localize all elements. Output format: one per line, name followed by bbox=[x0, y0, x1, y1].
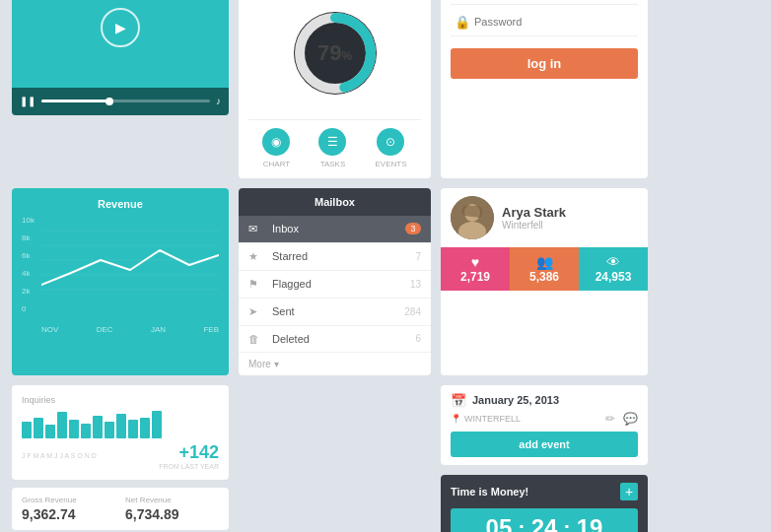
hours-value: 05 bbox=[486, 516, 513, 532]
followers-icon: 👥 bbox=[514, 254, 575, 270]
tasks-label: TASKS bbox=[320, 160, 346, 168]
from-last-label: FROM LAST YEAR bbox=[159, 463, 219, 470]
profile-details: Arya Stark Winterfell bbox=[502, 205, 566, 231]
calendar-icon: 📅 bbox=[451, 393, 466, 408]
starred-label: Starred bbox=[272, 250, 415, 262]
inbox-label: Inbox bbox=[272, 223, 405, 234]
deleted-count: 6 bbox=[415, 333, 421, 344]
add-event-button[interactable]: add event bbox=[451, 432, 638, 457]
login-button[interactable]: log in bbox=[451, 48, 638, 79]
pin-icon: 📍 bbox=[451, 414, 461, 424]
cal-location: 📍 WINTERFELL bbox=[451, 414, 521, 424]
mail-item-flagged[interactable]: ⚑ Flagged 13 bbox=[239, 271, 431, 299]
revenue-figures: Gross Revenue 9,362.74 Net Revenue 6,734… bbox=[12, 488, 229, 530]
mail-item-inbox[interactable]: ✉ Inbox 3 bbox=[239, 216, 431, 243]
chart-icon-item[interactable]: ◉ CHART bbox=[262, 128, 290, 168]
gross-value: 9,362.74 bbox=[22, 506, 115, 522]
edit-icon[interactable]: ✏ bbox=[605, 412, 615, 426]
mail-more[interactable]: More ▾ bbox=[239, 353, 431, 375]
mailbox-card: Mailbox ✉ Inbox 3 ★ Starred 7 ⚑ Flagged … bbox=[239, 188, 431, 375]
revenue-title: Revenue bbox=[22, 198, 219, 210]
play-icon: ▶ bbox=[115, 20, 126, 35]
starred-count: 7 bbox=[415, 251, 421, 262]
seconds-value: 19 bbox=[577, 516, 603, 532]
username-input-row: 👤 bbox=[451, 0, 638, 5]
starred-icon: ★ bbox=[248, 250, 264, 263]
mail-item-sent[interactable]: ➤ Sent 284 bbox=[239, 299, 431, 326]
cal-actions: ✏ 💬 bbox=[605, 412, 638, 426]
mail-item-starred[interactable]: ★ Starred 7 bbox=[239, 243, 431, 271]
profile-location: Winterfell bbox=[502, 220, 566, 231]
months-label: J F M A M J J A S O N D bbox=[22, 452, 97, 459]
timer-card: Time is Money! + 05 HOUR : 24 MIN : 19 S… bbox=[441, 475, 648, 533]
views-count: 24,953 bbox=[583, 270, 644, 284]
bar-item bbox=[81, 424, 91, 438]
flagged-count: 13 bbox=[410, 279, 421, 290]
profile-info: Arya Stark Winterfell bbox=[441, 188, 648, 247]
heart-icon: ♥ bbox=[445, 254, 506, 270]
tasks-icon-item[interactable]: ☰ TASKS bbox=[318, 128, 346, 168]
hearts-count: 2,719 bbox=[445, 270, 506, 284]
inquiries-card: Inquiries J F M A M J J A S O N D +142 F… bbox=[12, 385, 229, 480]
chat-icon[interactable]: 💬 bbox=[623, 412, 638, 426]
bar-item bbox=[140, 418, 150, 438]
password-field[interactable] bbox=[474, 16, 634, 28]
views-stat[interactable]: 👁 24,953 bbox=[579, 247, 648, 291]
donut-container: 79% bbox=[248, 0, 421, 107]
inbox-icon: ✉ bbox=[248, 223, 264, 235]
dashboard-grid: ▶ ❚❚ ♪ Tasks Completed 79% bbox=[12, 0, 759, 532]
bar-item bbox=[116, 414, 126, 437]
pause-icon[interactable]: ❚❚ bbox=[20, 96, 35, 106]
cal-date: January 25, 2013 bbox=[472, 394, 559, 406]
sent-label: Sent bbox=[272, 305, 404, 317]
net-revenue: Net Revenue 6,734.89 bbox=[125, 496, 219, 522]
password-input-row: 🔒 bbox=[451, 9, 638, 36]
bar-item bbox=[57, 412, 67, 437]
profile-card: Arya Stark Winterfell ♥ 2,719 👥 5,386 👁 … bbox=[441, 188, 648, 375]
followers-stat[interactable]: 👥 5,386 bbox=[510, 247, 579, 291]
gross-label: Gross Revenue bbox=[22, 496, 115, 504]
timer-plus-button[interactable]: + bbox=[620, 483, 638, 500]
timer-title: Time is Money! bbox=[451, 486, 528, 498]
more-label: More ▾ bbox=[248, 359, 279, 369]
progress-bar[interactable] bbox=[41, 100, 210, 102]
bar-item bbox=[34, 418, 43, 438]
bar-item bbox=[69, 420, 79, 438]
right-bottom: 📅 January 25, 2013 📍 WINTERFELL ✏ 💬 add … bbox=[441, 385, 648, 533]
location-text: WINTERFELL bbox=[464, 414, 521, 424]
hours-unit: 05 HOUR bbox=[486, 516, 513, 532]
donut-percent: 79 bbox=[317, 40, 341, 65]
donut-symbol: % bbox=[341, 49, 352, 63]
line-chart bbox=[41, 216, 219, 304]
donut-label: 79% bbox=[317, 40, 352, 66]
views-icon: 👁 bbox=[583, 254, 644, 270]
bar-item bbox=[22, 422, 32, 438]
seconds-unit: 19 SEC bbox=[577, 516, 603, 532]
y-axis: 10k 8k 6k 4k 2k 0 bbox=[22, 216, 41, 314]
video-overlay: ▶ bbox=[12, 0, 229, 88]
hearts-stat[interactable]: ♥ 2,719 bbox=[441, 247, 510, 291]
video-controls: ❚❚ ♪ bbox=[12, 88, 229, 115]
mailbox-header: Mailbox bbox=[239, 188, 431, 216]
deleted-label: Deleted bbox=[272, 333, 415, 345]
revenue-card: Revenue 10k 8k 6k 4k 2k 0 NOV DEC bbox=[12, 188, 229, 375]
play-button[interactable]: ▶ bbox=[101, 8, 140, 47]
cal-header: 📅 January 25, 2013 bbox=[451, 393, 638, 408]
tasks-card: Tasks Completed 79% ◉ CHART ☰ TASKS ⊙ E bbox=[239, 0, 431, 178]
bar-item bbox=[128, 420, 138, 438]
progress-dot bbox=[105, 98, 113, 105]
progress-fill bbox=[41, 100, 108, 102]
net-label: Net Revenue bbox=[125, 496, 219, 504]
chart-icon: ◉ bbox=[262, 128, 290, 156]
chart-label: CHART bbox=[263, 160, 290, 168]
profile-stats: ♥ 2,719 👥 5,386 👁 24,953 bbox=[441, 247, 648, 291]
minutes-value: 24 bbox=[531, 516, 558, 532]
net-value: 6,734.89 bbox=[125, 506, 219, 522]
tasks-icons: ◉ CHART ☰ TASKS ⊙ EVENTS bbox=[248, 119, 421, 168]
inquiries-bottom: J F M A M J J A S O N D +142 FROM LAST Y… bbox=[22, 442, 219, 470]
events-icon-item[interactable]: ⊙ EVENTS bbox=[375, 128, 406, 168]
cal-subrow: 📍 WINTERFELL ✏ 💬 bbox=[451, 412, 638, 426]
mail-item-deleted[interactable]: 🗑 Deleted 6 bbox=[239, 326, 431, 353]
sent-count: 284 bbox=[404, 306, 421, 317]
volume-icon[interactable]: ♪ bbox=[216, 96, 221, 106]
